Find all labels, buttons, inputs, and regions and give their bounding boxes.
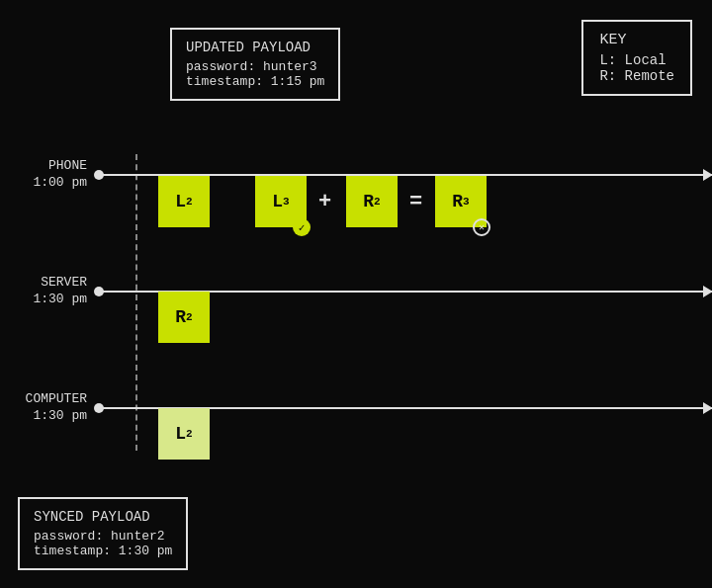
- phone-dot: [94, 170, 104, 180]
- server-label: SERVER 1:30 pm: [0, 275, 99, 308]
- plus-operator: +: [318, 190, 331, 214]
- l3-check-icon: ✓: [293, 218, 311, 236]
- computer-timeline: COMPUTER 1:30 pm: [0, 391, 712, 425]
- synced-payload-box: SYNCED PAYLOAD password: hunter2 timesta…: [18, 497, 188, 570]
- updated-payload-password: password: hunter3: [186, 59, 324, 74]
- phone-l3-box: L3 ✓: [255, 176, 307, 227]
- computer-l2-box: L2: [158, 408, 210, 460]
- server-r2-box: R2: [158, 292, 210, 343]
- key-remote: R: Remote: [599, 68, 674, 84]
- equals-operator: =: [409, 190, 422, 214]
- synced-payload-password: password: hunter2: [34, 529, 172, 544]
- synced-payload-title: SYNCED PAYLOAD: [34, 509, 172, 525]
- server-timeline: SERVER 1:30 pm: [0, 275, 712, 308]
- updated-payload-box: UPDATED PAYLOAD password: hunter3 timest…: [170, 28, 340, 101]
- server-dot: [94, 287, 104, 296]
- updated-payload-title: UPDATED PAYLOAD: [186, 40, 324, 55]
- computer-label: COMPUTER 1:30 pm: [0, 391, 99, 425]
- synced-payload-timestamp: timestamp: 1:30 pm: [34, 544, 172, 558]
- phone-r2-box: R2: [346, 176, 398, 227]
- computer-dot: [94, 403, 104, 413]
- phone-l2-box: L2: [158, 176, 210, 227]
- key-local: L: Local: [599, 52, 674, 68]
- key-box: KEY L: Local R: Remote: [581, 20, 692, 96]
- phone-r3-box: R3 ✕: [435, 176, 487, 227]
- key-title: KEY: [599, 32, 674, 48]
- r3-x-icon: ✕: [473, 218, 490, 236]
- phone-label: PHONE 1:00 pm: [0, 158, 99, 192]
- updated-payload-timestamp: timestamp: 1:15 pm: [186, 74, 324, 89]
